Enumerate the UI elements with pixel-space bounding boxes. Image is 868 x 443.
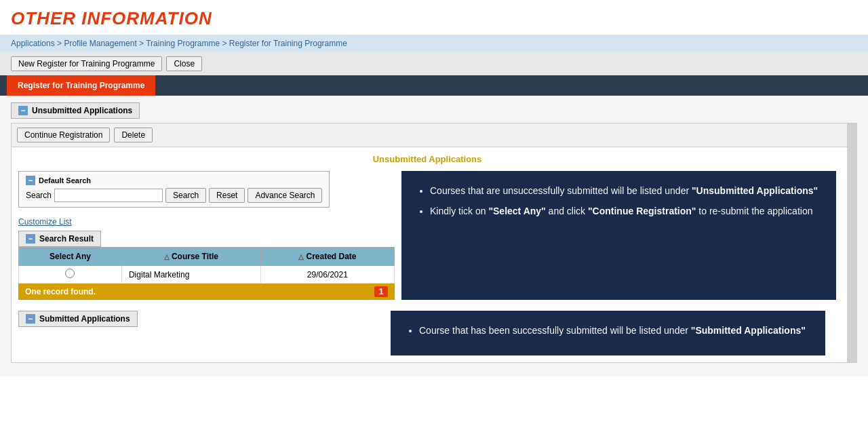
search-input[interactable]: [54, 189, 163, 202]
col-select-any: Select Any: [19, 248, 122, 266]
sort-icon-date: △: [298, 253, 304, 261]
col-course-title[interactable]: △ Course Title: [121, 248, 260, 266]
search-button[interactable]: Search: [165, 188, 206, 203]
close-button[interactable]: Close: [166, 56, 202, 71]
select-radio[interactable]: [65, 269, 75, 278]
default-search-label: − Default Search: [26, 176, 322, 185]
submitted-collapse-icon[interactable]: −: [26, 314, 35, 324]
default-search-box: − Default Search Search Search Reset Adv…: [18, 171, 330, 208]
delete-button[interactable]: Delete: [114, 128, 153, 142]
status-badge: 1: [374, 286, 388, 297]
tab-register-training[interactable]: Register for Training Programme: [7, 75, 155, 96]
tooltip-bullet-1: Courses that are unsuccessfully submitte…: [430, 183, 821, 198]
status-bar: One record found. 1: [18, 284, 395, 300]
search-collapse-icon[interactable]: −: [26, 176, 35, 185]
result-collapse-icon[interactable]: −: [26, 234, 35, 244]
col-created-date[interactable]: △ Created Date: [260, 248, 394, 266]
sort-icon: △: [164, 253, 170, 261]
result-table: Select Any △ Course Title △ Created Date: [18, 247, 395, 284]
page-wrapper: OTHER INFORMATION Applications > Profile…: [0, 0, 868, 443]
continue-registration-button[interactable]: Continue Registration: [17, 128, 110, 142]
left-panel: − Default Search Search Search Reset Adv…: [18, 171, 395, 300]
collapse-icon[interactable]: −: [18, 106, 28, 115]
section-toolbar: Continue Registration Delete: [12, 123, 856, 147]
unsubmitted-title: Unsubmitted Applications: [18, 154, 836, 164]
search-label: Search: [26, 191, 52, 200]
scrollbar[interactable]: [847, 123, 856, 362]
unsubmitted-section-box: Continue Registration Delete Unsubmitted…: [11, 123, 857, 363]
select-any-cell: [19, 266, 122, 284]
submitted-section-header: − Submitted Applications: [18, 311, 138, 327]
main-content: − Unsubmitted Applications Continue Regi…: [0, 96, 868, 377]
reset-button[interactable]: Reset: [209, 188, 245, 203]
new-register-button[interactable]: New Register for Training Programme: [11, 56, 162, 71]
section-body: Unsubmitted Applications − Default Searc…: [12, 147, 856, 362]
course-title-cell: Digital Marketing: [121, 266, 260, 284]
table-row: Digital Marketing 29/06/2021: [19, 266, 395, 284]
tooltip-panel-2: Course that has been successfully submit…: [391, 311, 825, 355]
tooltip-bullet-3: Course that has been successfully submit…: [419, 323, 810, 338]
advance-search-button[interactable]: Advance Search: [248, 188, 322, 203]
tab-bar: Register for Training Programme: [0, 75, 868, 96]
tooltip-panel-1: Courses that are unsuccessfully submitte…: [401, 171, 836, 300]
tooltip-bullet-2: Kindly tick on "Select Any" and click "C…: [430, 204, 821, 218]
created-date-cell: 29/06/2021: [260, 266, 394, 284]
submitted-section-area: − Submitted Applications: [18, 311, 395, 355]
record-count: One record found.: [25, 287, 96, 296]
toolbar-bar: New Register for Training Programme Clos…: [0, 52, 868, 75]
page-title: OTHER INFORMATION: [0, 0, 868, 35]
search-result-header: − Search Result: [18, 231, 101, 247]
customize-list-link[interactable]: Customize List: [18, 217, 395, 227]
unsubmitted-section-header: − Unsubmitted Applications: [11, 102, 140, 119]
search-row: Search Search Reset Advance Search: [26, 188, 322, 203]
breadcrumb: Applications > Profile Management > Trai…: [0, 35, 868, 52]
